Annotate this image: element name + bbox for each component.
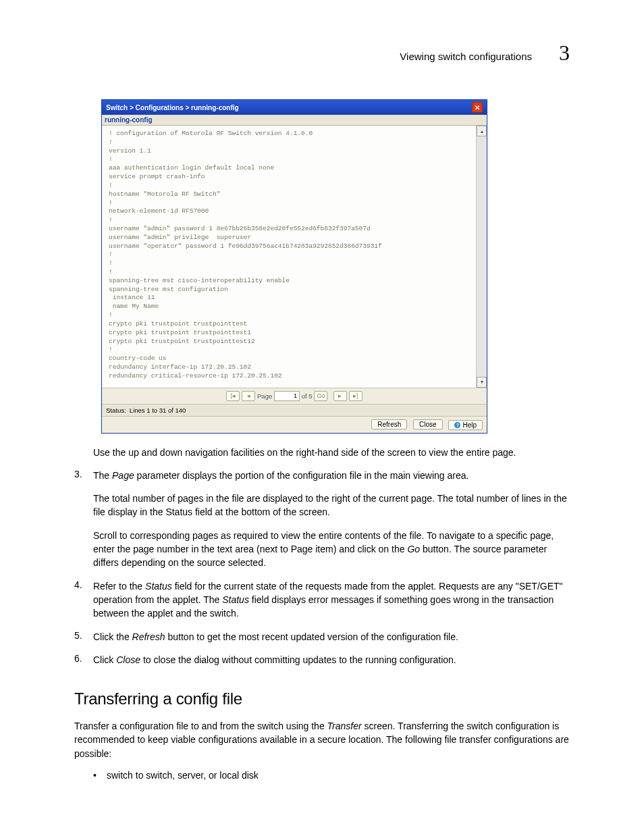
scroll-thumb[interactable]	[477, 136, 487, 377]
dialog-subtitle: running-config	[102, 115, 487, 126]
step-3: 3. The Page parameter displays the porti…	[74, 469, 570, 570]
config-text: ! configuration of Motorola RF Switch ve…	[102, 126, 476, 388]
config-dialog: Switch > Configurations > running-config…	[101, 99, 487, 434]
header-title: Viewing switch configurations	[400, 51, 532, 62]
scrollbar[interactable]: ▴ ▾	[476, 126, 487, 388]
status-label: Status:	[106, 407, 126, 414]
list-number: 5.	[74, 630, 93, 644]
page-label: Page	[257, 392, 272, 400]
page-header: Viewing switch configurations 3	[74, 41, 570, 66]
close-button[interactable]: Close	[413, 419, 443, 429]
page-input[interactable]	[274, 391, 300, 401]
page-of-label: of 5	[302, 392, 313, 400]
refresh-button[interactable]: Refresh	[371, 419, 407, 429]
step-6: 6. Click Close to close the dialog witho…	[74, 653, 570, 667]
dialog-buttons: Refresh Close ?Help	[102, 416, 487, 433]
step-4-text: Refer to the Status field for the curren…	[93, 579, 570, 621]
chapter-number: 3	[559, 41, 570, 66]
step-4: 4. Refer to the Status field for the cur…	[74, 579, 570, 621]
section-heading: Transferring a config file	[74, 689, 570, 708]
scroll-up-icon[interactable]: ▴	[477, 126, 487, 136]
step-5-text: Click the Refresh button to get the most…	[93, 630, 570, 644]
paginator: |◂ ◂ Page of 5 Go ▸ ▸|	[102, 388, 487, 404]
prev-page-button[interactable]: ◂	[242, 391, 255, 401]
list-number: 6.	[74, 653, 93, 667]
caption-text: Use the up and down navigation facilitie…	[93, 446, 570, 459]
step-3-text: The Page parameter displays the portion …	[93, 469, 570, 482]
status-bar: Status: Lines 1 to 31 of 140	[102, 404, 487, 416]
close-icon[interactable]: ✕	[472, 102, 483, 113]
next-page-button[interactable]: ▸	[333, 391, 347, 401]
breadcrumb: Switch > Configurations > running-config	[106, 104, 239, 111]
list-number: 4.	[74, 579, 93, 621]
step-3-p2: The total number of pages in the file ar…	[93, 492, 570, 519]
step-6-text: Click Close to close the dialog without …	[93, 653, 570, 667]
help-icon: ?	[454, 422, 460, 428]
go-button[interactable]: Go	[314, 391, 327, 401]
status-text: Lines 1 to 31 of 140	[130, 407, 186, 414]
bullet-icon: •	[93, 770, 107, 781]
scroll-down-icon[interactable]: ▾	[477, 377, 487, 388]
list-number: 3.	[74, 469, 93, 570]
step-3-p3: Scroll to corresponding pages as require…	[93, 529, 570, 570]
dialog-titlebar: Switch > Configurations > running-config…	[102, 100, 487, 115]
bullet-text: switch to switch, server, or local disk	[107, 770, 259, 781]
config-viewer: ! configuration of Motorola RF Switch ve…	[102, 126, 487, 388]
last-page-button[interactable]: ▸|	[349, 391, 363, 401]
help-button[interactable]: ?Help	[448, 420, 483, 430]
step-5: 5. Click the Refresh button to get the m…	[74, 630, 570, 644]
first-page-button[interactable]: |◂	[226, 391, 240, 401]
bullet-1: • switch to switch, server, or local dis…	[93, 770, 570, 781]
transfer-paragraph: Transfer a configuration file to and fro…	[74, 719, 570, 760]
